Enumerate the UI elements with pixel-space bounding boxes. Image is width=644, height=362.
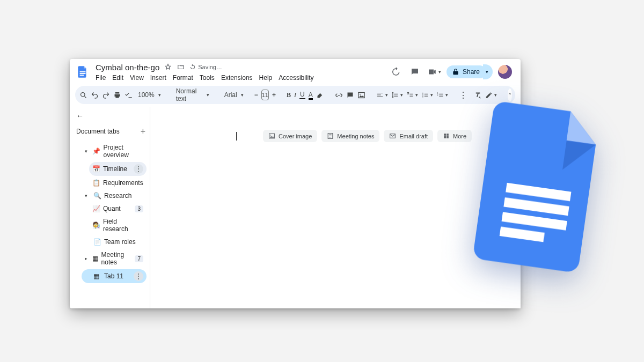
- add-tab-button[interactable]: +: [141, 127, 145, 136]
- highlight-icon[interactable]: [316, 89, 324, 101]
- history-icon[interactable]: [389, 65, 402, 79]
- chip-label: More: [453, 133, 466, 139]
- numbered-list-icon[interactable]: 12: [436, 89, 448, 101]
- bulleted-list-icon[interactable]: [421, 89, 433, 101]
- more-icon: [443, 132, 450, 139]
- tab-emoji-icon: 📅: [92, 165, 100, 173]
- tab-label: Research: [104, 192, 131, 200]
- saving-text: Saving…: [198, 64, 222, 70]
- chip-cover-image[interactable]: Cover image: [263, 130, 317, 142]
- insert-image-icon[interactable]: [357, 89, 365, 101]
- tab-menu-icon[interactable]: ⋮: [134, 164, 143, 174]
- paragraph-style-select[interactable]: Normal text: [174, 87, 211, 102]
- clear-formatting-icon[interactable]: [474, 89, 482, 101]
- tab-requirements[interactable]: 📋Requirements: [89, 177, 147, 189]
- tab-meeting-notes[interactable]: ▸▦Meeting notes7: [82, 249, 147, 268]
- menu-tools[interactable]: Tools: [200, 74, 215, 82]
- tab-field-research[interactable]: 🧑‍🔬Field research: [89, 216, 147, 235]
- text-color-icon[interactable]: A: [309, 89, 313, 101]
- svg-rect-18: [447, 134, 449, 136]
- chip-more[interactable]: More: [437, 130, 472, 142]
- menu-accessibility[interactable]: Accessibility: [279, 74, 313, 82]
- tab-quant[interactable]: 📈Quant3: [89, 203, 147, 215]
- svg-rect-1: [80, 73, 86, 74]
- line-spacing-icon[interactable]: [391, 89, 403, 101]
- tab-label: Field research: [103, 218, 143, 233]
- tab-emoji-icon: 🧑‍🔬: [92, 221, 100, 229]
- svg-point-10: [422, 97, 423, 98]
- meet-icon[interactable]: [427, 65, 441, 79]
- italic-icon[interactable]: I: [294, 89, 296, 101]
- svg-point-9: [422, 94, 423, 95]
- spellcheck-icon[interactable]: [125, 89, 133, 101]
- tab-label: Requirements: [103, 179, 143, 187]
- collapse-toolbar-icon[interactable]: ⌃: [508, 88, 512, 101]
- svg-rect-2: [80, 75, 84, 76]
- docs-file-icon: [472, 100, 612, 276]
- menu-file[interactable]: File: [96, 74, 106, 82]
- tab-label: Timeline: [103, 165, 127, 173]
- tab-project-overview[interactable]: ▾📌Project overview: [82, 142, 147, 161]
- tab-badge: 3: [135, 205, 143, 212]
- font-select[interactable]: Arial: [222, 91, 244, 99]
- svg-rect-17: [444, 134, 446, 136]
- header: Cymbal on-the-go Saving… File Edit View …: [70, 59, 521, 82]
- share-button[interactable]: Share: [447, 65, 486, 78]
- document-canvas[interactable]: Cover imageMeeting notesEmail draftMore: [150, 107, 521, 308]
- overflow-icon[interactable]: ⋮: [459, 89, 467, 101]
- menu-view[interactable]: View: [130, 74, 144, 82]
- tab-label: Project overview: [103, 144, 143, 159]
- font-increase[interactable]: +: [272, 89, 276, 101]
- caret-icon[interactable]: ▾: [85, 149, 89, 154]
- menu-extensions[interactable]: Extensions: [221, 74, 253, 82]
- tab-team-roles[interactable]: 📄Team roles: [82, 236, 147, 248]
- svg-text:2: 2: [437, 94, 438, 97]
- share-label: Share: [463, 68, 480, 76]
- svg-rect-0: [80, 71, 86, 72]
- chip-meeting-notes[interactable]: Meeting notes: [321, 130, 379, 142]
- align-icon[interactable]: [376, 89, 388, 101]
- editing-mode-icon[interactable]: [485, 89, 497, 101]
- text-cursor: [236, 132, 237, 141]
- caret-icon[interactable]: ▾: [85, 193, 90, 198]
- caret-icon[interactable]: ▸: [85, 256, 89, 261]
- chip-label: Email draft: [399, 133, 428, 139]
- tab-emoji-icon: ▦: [93, 272, 101, 280]
- comment-icon[interactable]: [408, 65, 422, 79]
- menu-edit[interactable]: Edit: [112, 74, 123, 82]
- tab-menu-icon[interactable]: ⋮: [134, 271, 143, 281]
- font-size-input[interactable]: 11: [261, 90, 269, 100]
- header-right: Share ▾: [389, 64, 515, 79]
- docs-logo[interactable]: [75, 62, 90, 82]
- menu-insert[interactable]: Insert: [150, 74, 166, 82]
- suggestion-chips: Cover imageMeeting notesEmail draftMore: [263, 130, 472, 142]
- menu-format[interactable]: Format: [173, 74, 193, 82]
- checklist-icon[interactable]: [406, 89, 418, 101]
- star-icon[interactable]: [164, 63, 172, 71]
- redo-icon[interactable]: [102, 89, 110, 101]
- undo-icon[interactable]: [91, 89, 99, 101]
- svg-point-14: [270, 135, 272, 136]
- print-icon[interactable]: [113, 89, 121, 101]
- sidebar-back-icon[interactable]: ←: [75, 110, 147, 124]
- bold-icon[interactable]: B: [287, 89, 291, 101]
- account-avatar[interactable]: [498, 65, 512, 79]
- tab-research[interactable]: ▾🔍Research: [82, 190, 147, 202]
- doc-title[interactable]: Cymbal on-the-go: [96, 63, 159, 72]
- underline-icon[interactable]: U: [299, 89, 305, 101]
- tab-tab-11[interactable]: ▦Tab 11⋮: [82, 269, 147, 283]
- tab-timeline[interactable]: 📅Timeline⋮: [89, 162, 147, 176]
- menu-help[interactable]: Help: [259, 74, 273, 82]
- font-decrease[interactable]: −: [254, 89, 258, 101]
- chip-email-draft[interactable]: Email draft: [384, 130, 433, 142]
- move-icon[interactable]: [177, 63, 185, 71]
- chip-label: Meeting notes: [337, 133, 374, 139]
- zoom-select[interactable]: 100%: [136, 91, 163, 99]
- insert-link-icon[interactable]: [335, 89, 343, 101]
- add-comment-icon[interactable]: [346, 89, 354, 101]
- svg-line-4: [84, 96, 86, 98]
- menu-bar: File Edit View Insert Format Tools Exten…: [96, 74, 314, 82]
- search-icon[interactable]: [79, 89, 87, 101]
- saving-status: Saving…: [189, 64, 222, 70]
- share-dropdown[interactable]: ▾: [483, 64, 493, 79]
